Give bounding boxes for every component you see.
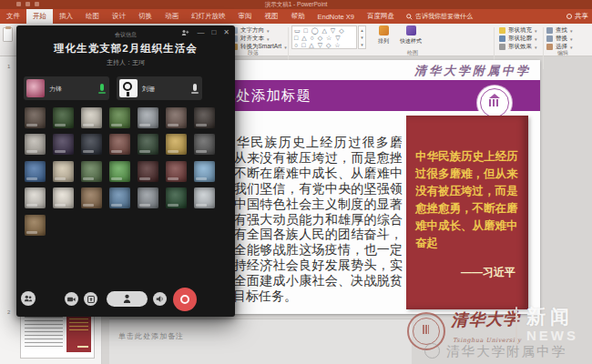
participant-tile[interactable] [194,107,215,128]
participant-tile[interactable] [138,161,158,182]
notes-pane[interactable]: 单击此处添加备注 [109,318,412,364]
group-label-editing: 编辑 [557,49,568,57]
participant-tile[interactable] [53,161,74,182]
participant-tile[interactable] [53,187,74,208]
undo-icon[interactable] [26,2,30,6]
participant-row [25,215,46,236]
participant-name-bar [111,204,122,207]
mic-status-icon [100,84,104,91]
participant-tile[interactable] [166,187,187,208]
arrange-icon [379,25,389,35]
end-meeting-button[interactable] [173,288,197,311]
shape-row[interactable]: ○ □ △ ▽ ◇ ☆ [294,42,354,49]
ribbon-tab-视图[interactable]: 视图 [259,9,285,24]
ribbon-item-2[interactable]: 对齐文本▾ [231,35,270,43]
participant-name-bar [111,124,122,126]
participant-tile[interactable] [53,134,74,155]
redo-icon[interactable] [35,2,39,6]
participant-tile[interactable] [81,187,102,208]
ribbon-tab-文件[interactable]: 文件 [0,9,26,24]
participant-tile[interactable] [194,161,215,182]
school-logo-icon [424,343,440,359]
shapes-gallery-scrollbar[interactable]: ▴▾▾ [358,25,366,49]
ribbon-tab-绘图[interactable]: 绘图 [79,9,106,24]
save-icon[interactable] [16,2,21,6]
shape-row[interactable]: ▭ □ ◯ △ ▽ ◇ [294,27,354,35]
window-title-bar: 演示文稿1 - PowerPoint [0,0,592,9]
participant-tile[interactable] [53,107,74,128]
ribbon-tab-动画[interactable]: 动画 [158,9,185,24]
participant-tile[interactable] [138,187,158,208]
participant-name-bar [196,124,207,126]
minimize-button[interactable]: — [197,28,204,37]
speaker-button[interactable] [153,292,167,306]
ribbon-item-3[interactable]: 转换为SmartArt▾ [231,43,287,51]
participant-name-bar [168,204,179,207]
participants-button[interactable] [21,291,36,306]
participant-tile[interactable] [81,107,102,128]
participant-tile[interactable] [138,134,158,155]
shape-style-item-3[interactable]: 形状效果▾ [499,43,537,51]
participant-tile[interactable] [109,161,130,182]
ribbon-item-1[interactable]: 文字方向▾ [231,26,270,35]
ribbon-tab-审阅[interactable]: 审阅 [232,9,259,24]
editing-item-2[interactable]: 替换▾ [546,35,573,43]
speaker-person-icon [123,294,131,304]
watermark-cn: 清华大学 [451,308,521,331]
participant-name-bar [168,124,179,126]
featured-participant[interactable]: 力锋 [24,76,109,100]
participant-tile[interactable] [25,107,46,128]
add-person-icon[interactable] [181,29,189,36]
participant-name-bar [55,150,66,153]
ribbon-tab-设计[interactable]: 设计 [106,9,132,24]
shape-style-item-1[interactable]: 形状填充▾ [499,26,537,35]
participant-tile[interactable] [109,107,130,128]
ribbon-tab-EndNote X9[interactable]: EndNote X9 [311,9,361,24]
ribbon-tab-开始[interactable]: 开始 [26,9,53,24]
participant-tile[interactable] [109,187,130,208]
participant-tile[interactable] [166,161,187,182]
ribbon-tab-插入[interactable]: 插入 [53,9,79,24]
ribbon-tab-百度网盘[interactable]: 百度网盘 [361,9,401,24]
participant-tile[interactable] [194,134,215,155]
participant-name-bar [196,204,207,207]
ribbon-tab-切换[interactable]: 切换 [132,9,158,24]
participant-tile[interactable] [25,187,46,208]
participant-tile[interactable] [81,134,102,155]
notes-placeholder: 单击此处添加备注 [118,331,184,341]
shapes-gallery[interactable]: ▭ □ ◯ △ ▽ ◇□ △ ○ ◇ ☆ ▽○ □ △ ▽ ◇ ☆ [291,25,357,49]
shape-style-item-2[interactable]: 形状轮廓▾ [499,35,537,43]
participant-tile[interactable] [25,215,46,236]
maximize-button[interactable]: □ [211,28,216,37]
meeting-panel[interactable]: 会议信息 — □ ✕ 理化生党支部2月组织生活会 主持人：王珂 力锋刘珊 [16,25,235,317]
close-button[interactable]: ✕ [223,28,230,37]
ribbon-tab-帮助[interactable]: 帮助 [285,9,311,24]
participant-name-bar [26,124,37,126]
quick-access-toolbar[interactable] [16,2,39,6]
participant-tile[interactable] [25,161,46,182]
microphone-button[interactable] [107,291,148,307]
people-icon [24,295,33,302]
participant-name-bar [83,177,94,180]
participant-tile[interactable] [138,107,158,128]
meeting-window-controls: — □ ✕ [181,28,230,37]
participant-tile[interactable] [25,134,46,155]
camera-button[interactable] [65,292,78,306]
ribbon-tab-幻灯片放映[interactable]: 幻灯片放映 [185,9,232,24]
featured-participant[interactable]: 刘珊 [117,76,202,100]
paste-button[interactable] [3,27,13,42]
slide-quote-box[interactable]: 中华民族历史上经历 过很多磨难，但从来 没有被压垮过，而是 愈挫愈勇，不断在磨 … [406,116,528,309]
share-button[interactable]: 共享 [566,9,588,24]
participant-tile[interactable] [194,187,215,208]
editing-item-1[interactable]: 查找▾ [546,26,573,35]
arrange-button[interactable]: 排列 [372,25,395,46]
quick-styles-button[interactable]: 快速样式 [399,25,423,46]
tell-me-search[interactable]: 告诉我你想要做什么 [401,9,478,24]
shape-row[interactable]: □ △ ○ ◇ ☆ ▽ [294,35,354,42]
participant-tile[interactable] [109,134,130,155]
participant-tile[interactable] [166,107,187,128]
participant-name-bar [83,204,94,207]
participant-tile[interactable] [81,161,102,182]
participant-tile[interactable] [166,134,187,155]
share-screen-button[interactable] [84,292,97,306]
